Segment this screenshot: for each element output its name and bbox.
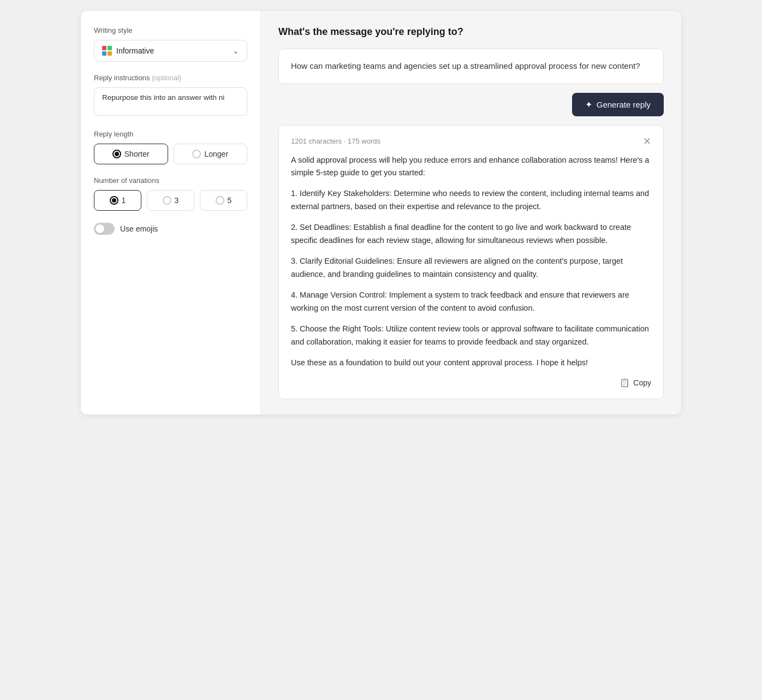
copy-button[interactable]: 📋 Copy — [620, 378, 651, 388]
variation-5-dot — [216, 196, 224, 205]
variation-3-dot — [163, 196, 171, 205]
result-paragraph-6: Use these as a foundation to build out y… — [291, 357, 651, 370]
longer-label: Longer — [204, 150, 228, 158]
longer-option[interactable]: Longer — [174, 144, 248, 164]
svg-rect-3 — [108, 51, 112, 56]
variation-5-option[interactable]: 5 — [200, 190, 247, 211]
writing-style-label: Writing style — [94, 26, 247, 34]
svg-rect-0 — [102, 46, 106, 50]
variations-group: 1 3 5 — [94, 190, 247, 211]
copy-icon: 📋 — [620, 378, 630, 388]
shorter-radio-dot — [112, 150, 121, 158]
variation-1-option[interactable]: 1 — [94, 190, 141, 211]
copy-label: Copy — [633, 378, 651, 387]
shorter-label: Shorter — [124, 150, 150, 158]
result-paragraph-3: 3. Clarify Editorial Guidelines: Ensure … — [291, 255, 651, 281]
message-text: How can marketing teams and agencies set… — [291, 61, 640, 70]
writing-style-name: Informative — [116, 46, 154, 55]
variations-label: Number of variations — [94, 176, 247, 185]
generate-row: ✦ Generate reply — [278, 93, 664, 116]
toggle-knob — [96, 224, 104, 233]
use-emojis-toggle[interactable] — [94, 223, 115, 235]
variation-3-option[interactable]: 3 — [147, 190, 194, 211]
question-title: What's the message you're replying to? — [278, 26, 664, 38]
reply-length-label: Reply length — [94, 130, 247, 138]
variation-5-label: 5 — [228, 196, 232, 205]
longer-radio-dot — [192, 150, 201, 158]
reply-instructions-input[interactable]: Repurpose this into an answer with ni — [94, 87, 247, 116]
variation-1-label: 1 — [122, 196, 126, 205]
result-character-count: 1201 characters · 175 words — [291, 137, 380, 145]
sparkle-icon: ✦ — [585, 99, 592, 110]
variation-3-label: 3 — [175, 196, 179, 205]
use-emojis-label: Use emojis — [120, 224, 158, 233]
main-container: Writing style Informative ⌄ Reply instru… — [81, 11, 681, 414]
svg-rect-2 — [102, 51, 106, 56]
generate-btn-label: Generate reply — [597, 100, 651, 109]
result-paragraph-4: 4. Manage Version Control: Implement a s… — [291, 289, 651, 315]
close-result-button[interactable]: ✕ — [643, 137, 651, 146]
use-emojis-row: Use emojis — [94, 223, 247, 235]
reply-instructions-label: Reply instructions (optional) — [94, 74, 247, 82]
result-text: A solid approval process will help you r… — [291, 154, 651, 370]
message-box: How can marketing teams and agencies set… — [278, 49, 664, 84]
generate-reply-button[interactable]: ✦ Generate reply — [572, 93, 664, 116]
shorter-option[interactable]: Shorter — [94, 144, 168, 164]
result-meta: 1201 characters · 175 words ✕ — [291, 137, 651, 146]
writing-style-dropdown[interactable]: Informative ⌄ — [94, 40, 247, 62]
result-paragraph-2: 2. Set Deadlines: Establish a final dead… — [291, 221, 651, 247]
right-panel: What's the message you're replying to? H… — [261, 11, 681, 414]
result-box: 1201 characters · 175 words ✕ A solid ap… — [278, 125, 664, 400]
informative-style-icon — [102, 46, 112, 56]
chevron-down-icon: ⌄ — [233, 46, 239, 55]
result-paragraph-0: A solid approval process will help you r… — [291, 154, 651, 180]
svg-rect-1 — [108, 46, 112, 50]
left-panel: Writing style Informative ⌄ Reply instru… — [81, 11, 261, 414]
result-paragraph-5: 5. Choose the Right Tools: Utilize conte… — [291, 323, 651, 349]
copy-row: 📋 Copy — [291, 378, 651, 388]
reply-length-group: Shorter Longer — [94, 144, 247, 164]
variation-1-dot — [110, 196, 118, 205]
result-paragraph-1: 1. Identify Key Stakeholders: Determine … — [291, 187, 651, 213]
